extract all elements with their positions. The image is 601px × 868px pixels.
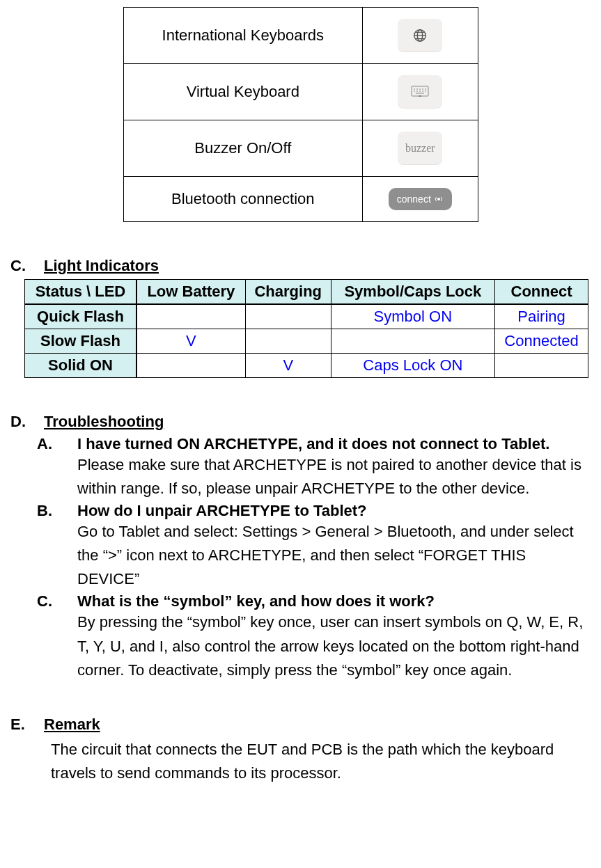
faq-item: A. I have turned ON ARCHETYPE, and it do… bbox=[37, 435, 591, 500]
table-row: International Keyboards bbox=[123, 8, 478, 64]
faq-letter: C. bbox=[37, 592, 56, 681]
faq-answer: Please make sure that ARCHETYPE is not p… bbox=[77, 453, 591, 500]
section-letter: E. bbox=[10, 716, 30, 734]
key-label: Buzzer On/Off bbox=[123, 120, 363, 177]
key-label: Bluetooth connection bbox=[123, 177, 363, 222]
key-icon-cell: connect bbox=[363, 177, 478, 222]
faq-item: C. What is the “symbol” key, and how doe… bbox=[37, 592, 591, 681]
faq-answer: By pressing the “symbol” key once, user … bbox=[77, 610, 591, 681]
connect-label: connect bbox=[397, 194, 431, 205]
faq-content: I have turned ON ARCHETYPE, and it does … bbox=[77, 435, 591, 500]
table-row: Solid ON V Caps Lock ON bbox=[25, 354, 588, 378]
faq-item: B. How do I unpair ARCHETYPE to Tablet? … bbox=[37, 502, 591, 591]
table-cell bbox=[495, 354, 588, 378]
section-e-heading: E. Remark bbox=[10, 702, 591, 738]
table-cell: V bbox=[136, 329, 245, 354]
table-header-row: Status \ LED Low Battery Charging Symbol… bbox=[25, 280, 588, 305]
buzzer-icon: buzzer bbox=[398, 132, 442, 165]
table-cell bbox=[136, 354, 245, 378]
row-header: Solid ON bbox=[25, 354, 136, 378]
faq-question: What is the “symbol” key, and how does i… bbox=[77, 592, 591, 610]
key-label: International Keyboards bbox=[123, 8, 363, 64]
key-functions-table: International Keyboards Virtual Keyboard bbox=[123, 7, 478, 222]
troubleshooting-block: A. I have turned ON ARCHETYPE, and it do… bbox=[10, 435, 591, 682]
row-header: Quick Flash bbox=[25, 304, 136, 329]
svg-point-16 bbox=[437, 198, 439, 200]
faq-content: What is the “symbol” key, and how does i… bbox=[77, 592, 591, 681]
table-cell bbox=[331, 329, 494, 354]
faq-question: I have turned ON ARCHETYPE, and it does … bbox=[77, 435, 591, 453]
table-header: Status \ LED bbox=[25, 280, 136, 305]
key-label: Virtual Keyboard bbox=[123, 64, 363, 120]
section-letter: D. bbox=[10, 413, 30, 431]
table-row: Virtual Keyboard bbox=[123, 64, 478, 120]
faq-letter: A. bbox=[37, 435, 56, 500]
globe-icon bbox=[398, 19, 442, 52]
table-header: Charging bbox=[245, 280, 331, 305]
connect-icon: connect bbox=[389, 188, 452, 210]
section-c-heading: C. Light Indicators bbox=[10, 243, 591, 279]
table-cell bbox=[245, 329, 331, 354]
section-letter: C. bbox=[10, 257, 30, 275]
keyboard-icon bbox=[398, 75, 442, 109]
section-d-heading: D. Troubleshooting bbox=[10, 399, 591, 435]
section-title: Troubleshooting bbox=[44, 413, 164, 431]
faq-answer: Go to Tablet and select: Settings > Gene… bbox=[77, 520, 591, 591]
table-cell bbox=[245, 304, 331, 329]
table-header: Symbol/Caps Lock bbox=[331, 280, 494, 305]
key-icon-cell bbox=[363, 8, 478, 64]
table-cell: Caps Lock ON bbox=[331, 354, 494, 378]
section-title: Light Indicators bbox=[44, 257, 159, 275]
table-row: Buzzer On/Off buzzer bbox=[123, 120, 478, 177]
faq-letter: B. bbox=[37, 502, 56, 591]
table-row: Slow Flash V Connected bbox=[25, 329, 588, 354]
key-icon-cell bbox=[363, 64, 478, 120]
remark-text: The circuit that connects the EUT and PC… bbox=[10, 738, 591, 785]
table-row: Bluetooth connection connect bbox=[123, 177, 478, 222]
key-icon-cell: buzzer bbox=[363, 120, 478, 177]
table-cell: V bbox=[245, 354, 331, 378]
table-cell: Connected bbox=[495, 329, 588, 354]
faq-question: How do I unpair ARCHETYPE to Tablet? bbox=[77, 502, 591, 520]
table-cell: Pairing bbox=[495, 304, 588, 329]
faq-content: How do I unpair ARCHETYPE to Tablet? Go … bbox=[77, 502, 591, 591]
table-cell: Symbol ON bbox=[331, 304, 494, 329]
section-title: Remark bbox=[44, 716, 100, 734]
table-cell bbox=[136, 304, 245, 329]
table-header: Low Battery bbox=[136, 280, 245, 305]
table-header: Connect bbox=[495, 280, 588, 305]
table-row: Quick Flash Symbol ON Pairing bbox=[25, 304, 588, 329]
row-header: Slow Flash bbox=[25, 329, 136, 354]
led-indicator-table: Status \ LED Low Battery Charging Symbol… bbox=[24, 279, 588, 378]
